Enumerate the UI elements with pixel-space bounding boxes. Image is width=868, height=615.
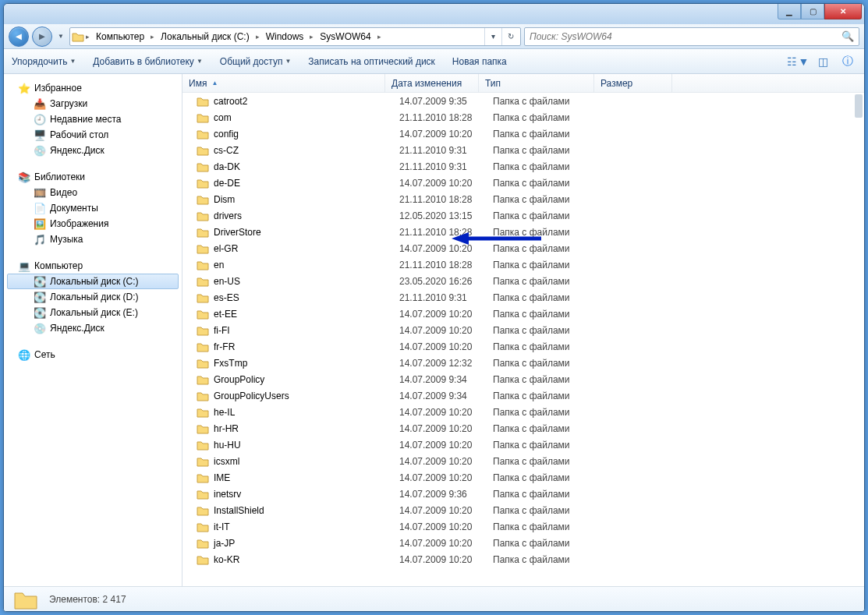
file-row[interactable]: icsxml14.07.2009 10:20Папка с файлами [182,453,864,469]
add-to-library-menu[interactable]: Добавить в библиотеку▼ [93,56,202,67]
scrollbar[interactable] [855,94,863,118]
help-button[interactable]: ⓘ [839,54,856,69]
file-row[interactable]: en21.11.2010 18:28Папка с файлами [182,256,864,273]
address-bar[interactable]: ▸ Компьютер ▸ Локальный диск (C:) ▸ Wind… [69,27,521,46]
tree-yadisk[interactable]: 💿Яндекс.Диск [7,143,179,158]
file-row[interactable]: GroupPolicyUsers14.07.2009 9:34Папка с ф… [182,387,864,404]
file-row[interactable]: fr-FR14.07.2009 10:20Папка с файлами [182,338,864,355]
titlebar: ▁ ▢ ✕ [4,4,864,24]
folder-icon [197,341,209,352]
chevron-right-icon[interactable]: ▸ [149,33,156,41]
search-box[interactable]: 🔍 [524,27,859,46]
chevron-right-icon[interactable]: ▸ [308,33,315,41]
breadcrumb-segment[interactable]: Локальный диск (C:) [156,28,254,45]
organize-menu[interactable]: Упорядочить▼ [12,56,76,67]
file-list[interactable]: catroot214.07.2009 9:35Папка с файламиco… [182,93,864,586]
organize-label: Упорядочить [12,56,67,67]
file-row[interactable]: Dism21.11.2010 18:28Папка с файлами [182,191,864,207]
burn-button[interactable]: Записать на оптический диск [308,56,435,67]
search-input[interactable] [530,31,841,42]
tree-desktop[interactable]: 🖥️Рабочий стол [7,127,179,143]
file-row[interactable]: es-ES21.11.2010 9:31Папка с файлами [182,289,864,306]
file-name: Dism [214,194,235,205]
refresh-button[interactable]: ↻ [501,28,519,45]
tree-network[interactable]: 🌐Сеть [7,347,179,362]
new-folder-button[interactable]: Новая папка [452,56,507,67]
tree-music[interactable]: 🎵Музыка [7,232,179,247]
file-type: Папка с файлами [487,391,602,401]
tree-drive-e[interactable]: 💽Локальный диск (E:) [7,305,179,320]
file-row[interactable]: fi-FI14.07.2009 10:20Папка с файлами [182,322,864,338]
tree-recent[interactable]: 🕘Недавние места [7,111,179,127]
maximize-button[interactable]: ▢ [801,4,824,19]
file-row[interactable]: et-EE14.07.2009 10:20Папка с файлами [182,306,864,322]
tree-computer[interactable]: 💻Компьютер [7,258,179,274]
file-row[interactable]: DriverStore21.11.2010 18:28Папка с файла… [182,224,864,240]
file-row[interactable]: cs-CZ21.11.2010 9:31Папка с файлами [182,142,864,158]
file-row[interactable]: drivers12.05.2020 13:15Папка с файлами [182,207,864,224]
file-type: Папка с файлами [487,456,602,467]
file-row[interactable]: hr-HR14.07.2009 10:20Папка с файлами [182,420,864,437]
file-row[interactable]: hu-HU14.07.2009 10:20Папка с файлами [182,437,864,453]
file-date: 14.07.2009 9:34 [393,391,487,401]
breadcrumb-segment[interactable]: SysWOW64 [315,28,375,45]
tree-downloads[interactable]: 📥Загрузки [7,96,179,111]
chevron-right-icon[interactable]: ▸ [376,33,383,41]
file-row[interactable]: inetsrv14.07.2009 9:36Папка с файлами [182,486,864,502]
chevron-right-icon[interactable]: ▸ [84,33,91,41]
file-name: en [214,260,224,270]
file-row[interactable]: it-IT14.07.2009 10:20Папка с файлами [182,518,864,535]
file-row[interactable]: InstallShield14.07.2009 10:20Папка с фай… [182,502,864,518]
chevron-down-icon: ▼ [285,58,291,65]
tree-yadisk2[interactable]: 💿Яндекс.Диск [7,320,179,336]
star-icon: ⭐ [18,82,30,94]
file-row[interactable]: da-DK21.11.2010 9:31Папка с файлами [182,158,864,175]
col-name[interactable]: Имя▲ [182,74,385,92]
col-type[interactable]: Тип [479,74,594,92]
file-row[interactable]: en-US23.05.2020 16:26Папка с файлами [182,273,864,289]
preview-pane-button[interactable]: ◫ [814,54,831,69]
tree-video[interactable]: 🎞️Видео [7,185,179,200]
address-dropdown[interactable]: ▾ [484,28,501,45]
tree-favorites[interactable]: ⭐Избранное [7,80,179,96]
file-row[interactable]: de-DE14.07.2009 10:20Папка с файлами [182,175,864,191]
file-type: Папка с файлами [487,505,602,516]
file-row[interactable]: ja-JP14.07.2009 10:20Папка с файлами [182,535,864,551]
file-date: 14.07.2009 10:20 [393,309,487,320]
file-row[interactable]: el-GR14.07.2009 10:20Папка с файлами [182,240,864,256]
col-date[interactable]: Дата изменения [385,74,479,92]
share-menu[interactable]: Общий доступ▼ [220,56,292,67]
folder-icon [197,374,209,385]
file-row[interactable]: config14.07.2009 10:20Папка с файлами [182,125,864,142]
tree-libraries[interactable]: 📚Библиотеки [7,169,179,185]
file-row[interactable]: GroupPolicy14.07.2009 9:34Папка с файлам… [182,371,864,387]
chevron-right-icon[interactable]: ▸ [254,33,261,41]
breadcrumb-segment[interactable]: Windows [261,28,309,45]
file-name: icsxml [214,456,239,467]
tree-docs[interactable]: 📄Документы [7,200,179,216]
close-button[interactable]: ✕ [824,4,862,19]
back-button[interactable]: ◄ [9,27,29,47]
file-row[interactable]: FxsTmp14.07.2009 12:32Папка с файлами [182,355,864,371]
breadcrumb-segment[interactable]: Компьютер [91,28,149,45]
file-row[interactable]: catroot214.07.2009 9:35Папка с файлами [182,93,864,109]
label: Избранное [34,83,82,94]
view-options-button[interactable]: ☷▼ [789,54,806,69]
file-type: Папка с файлами [487,129,602,140]
file-name: ja-JP [214,538,235,549]
file-row[interactable]: ko-KR14.07.2009 10:20Папка с файлами [182,551,864,567]
label: Загрузки [50,98,87,109]
col-size[interactable]: Размер [594,74,672,92]
tree-drive-c[interactable]: 💽Локальный диск (C:) [7,274,179,289]
minimize-button[interactable]: ▁ [778,4,801,19]
history-dropdown[interactable]: ▼ [55,29,66,44]
file-type: Папка с файлами [487,227,602,238]
forward-button[interactable]: ► [32,27,52,47]
tree-drive-d[interactable]: 💽Локальный диск (D:) [7,289,179,305]
file-date: 14.07.2009 10:20 [393,521,487,532]
file-row[interactable]: com21.11.2010 18:28Папка с файлами [182,109,864,125]
file-row[interactable]: he-IL14.07.2009 10:20Папка с файлами [182,404,864,420]
explorer-window: ▁ ▢ ✕ ◄ ► ▼ ▸ Компьютер ▸ Локальный диск… [3,3,865,612]
file-row[interactable]: IME14.07.2009 10:20Папка с файлами [182,469,864,486]
tree-images[interactable]: 🖼️Изображения [7,216,179,232]
